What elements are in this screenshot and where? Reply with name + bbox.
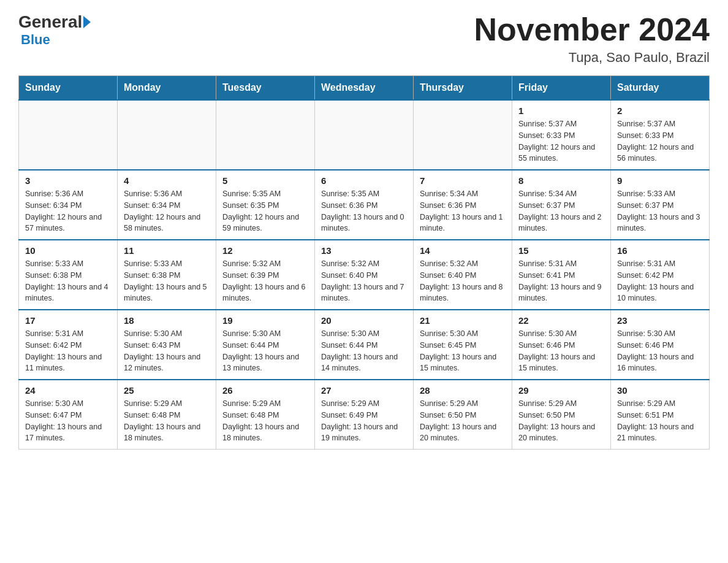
calendar-day-cell: [315, 100, 414, 170]
calendar-day-cell: 8Sunrise: 5:34 AMSunset: 6:37 PMDaylight…: [512, 170, 611, 240]
day-info: Sunrise: 5:33 AMSunset: 6:38 PMDaylight:…: [25, 258, 111, 304]
calendar-day-cell: 9Sunrise: 5:33 AMSunset: 6:37 PMDaylight…: [611, 170, 710, 240]
month-title: November 2024: [474, 12, 710, 47]
day-info: Sunrise: 5:32 AMSunset: 6:40 PMDaylight:…: [420, 258, 506, 304]
calendar-day-cell: 5Sunrise: 5:35 AMSunset: 6:35 PMDaylight…: [216, 170, 315, 240]
day-of-week-header: Saturday: [611, 76, 710, 101]
day-number: 1: [518, 105, 604, 116]
calendar-header-row: SundayMondayTuesdayWednesdayThursdayFrid…: [19, 76, 710, 101]
day-number: 14: [420, 245, 506, 256]
calendar-day-cell: 14Sunrise: 5:32 AMSunset: 6:40 PMDayligh…: [414, 240, 512, 310]
calendar-week-row: 24Sunrise: 5:30 AMSunset: 6:47 PMDayligh…: [19, 380, 710, 450]
day-number: 27: [321, 385, 407, 396]
day-number: 25: [124, 385, 210, 396]
calendar-week-row: 17Sunrise: 5:31 AMSunset: 6:42 PMDayligh…: [19, 310, 710, 380]
day-of-week-header: Monday: [118, 76, 216, 101]
calendar-day-cell: 7Sunrise: 5:34 AMSunset: 6:36 PMDaylight…: [414, 170, 512, 240]
calendar-day-cell: 6Sunrise: 5:35 AMSunset: 6:36 PMDaylight…: [315, 170, 414, 240]
day-of-week-header: Thursday: [414, 76, 512, 101]
calendar-week-row: 10Sunrise: 5:33 AMSunset: 6:38 PMDayligh…: [19, 240, 710, 310]
day-number: 3: [25, 175, 111, 186]
day-number: 29: [518, 385, 604, 396]
day-number: 4: [124, 175, 210, 186]
day-info: Sunrise: 5:37 AMSunset: 6:33 PMDaylight:…: [617, 118, 703, 164]
day-info: Sunrise: 5:29 AMSunset: 6:50 PMDaylight:…: [518, 398, 604, 444]
day-info: Sunrise: 5:30 AMSunset: 6:44 PMDaylight:…: [321, 328, 407, 374]
day-of-week-header: Wednesday: [315, 76, 414, 101]
calendar-day-cell: 28Sunrise: 5:29 AMSunset: 6:50 PMDayligh…: [414, 380, 512, 450]
calendar-day-cell: [216, 100, 315, 170]
day-info: Sunrise: 5:32 AMSunset: 6:39 PMDaylight:…: [222, 258, 308, 304]
day-number: 15: [518, 245, 604, 256]
day-number: 16: [617, 245, 703, 256]
day-info: Sunrise: 5:29 AMSunset: 6:48 PMDaylight:…: [222, 398, 308, 444]
day-number: 30: [617, 385, 703, 396]
calendar-day-cell: 30Sunrise: 5:29 AMSunset: 6:51 PMDayligh…: [611, 380, 710, 450]
day-info: Sunrise: 5:30 AMSunset: 6:45 PMDaylight:…: [420, 328, 506, 374]
logo-general: General: [18, 12, 82, 32]
calendar-day-cell: [19, 100, 118, 170]
calendar-day-cell: 16Sunrise: 5:31 AMSunset: 6:42 PMDayligh…: [611, 240, 710, 310]
day-info: Sunrise: 5:37 AMSunset: 6:33 PMDaylight:…: [518, 118, 604, 164]
calendar-day-cell: [118, 100, 216, 170]
logo-text: General: [18, 12, 92, 32]
calendar-day-cell: 20Sunrise: 5:30 AMSunset: 6:44 PMDayligh…: [315, 310, 414, 380]
calendar-day-cell: 27Sunrise: 5:29 AMSunset: 6:49 PMDayligh…: [315, 380, 414, 450]
day-info: Sunrise: 5:36 AMSunset: 6:34 PMDaylight:…: [124, 188, 210, 234]
day-number: 10: [25, 245, 111, 256]
calendar-table: SundayMondayTuesdayWednesdayThursdayFrid…: [18, 75, 710, 450]
logo: General Blue: [18, 12, 92, 48]
day-info: Sunrise: 5:29 AMSunset: 6:49 PMDaylight:…: [321, 398, 407, 444]
day-info: Sunrise: 5:29 AMSunset: 6:50 PMDaylight:…: [420, 398, 506, 444]
title-area: November 2024 Tupa, Sao Paulo, Brazil: [474, 12, 710, 66]
day-of-week-header: Friday: [512, 76, 611, 101]
calendar-day-cell: 15Sunrise: 5:31 AMSunset: 6:41 PMDayligh…: [512, 240, 611, 310]
day-info: Sunrise: 5:33 AMSunset: 6:37 PMDaylight:…: [617, 188, 703, 234]
day-info: Sunrise: 5:34 AMSunset: 6:36 PMDaylight:…: [420, 188, 506, 234]
day-number: 6: [321, 175, 407, 186]
day-info: Sunrise: 5:30 AMSunset: 6:47 PMDaylight:…: [25, 398, 111, 444]
calendar-day-cell: 18Sunrise: 5:30 AMSunset: 6:43 PMDayligh…: [118, 310, 216, 380]
day-info: Sunrise: 5:31 AMSunset: 6:41 PMDaylight:…: [518, 258, 604, 304]
day-number: 9: [617, 175, 703, 186]
day-number: 20: [321, 315, 407, 326]
day-number: 11: [124, 245, 210, 256]
day-number: 26: [222, 385, 308, 396]
day-info: Sunrise: 5:36 AMSunset: 6:34 PMDaylight:…: [25, 188, 111, 234]
day-number: 18: [124, 315, 210, 326]
day-info: Sunrise: 5:30 AMSunset: 6:46 PMDaylight:…: [617, 328, 703, 374]
day-number: 17: [25, 315, 111, 326]
day-info: Sunrise: 5:35 AMSunset: 6:35 PMDaylight:…: [222, 188, 308, 234]
calendar-day-cell: 4Sunrise: 5:36 AMSunset: 6:34 PMDaylight…: [118, 170, 216, 240]
calendar-day-cell: 1Sunrise: 5:37 AMSunset: 6:33 PMDaylight…: [512, 100, 611, 170]
page-header: General Blue November 2024 Tupa, Sao Pau…: [18, 12, 710, 66]
calendar-week-row: 1Sunrise: 5:37 AMSunset: 6:33 PMDaylight…: [19, 100, 710, 170]
day-info: Sunrise: 5:33 AMSunset: 6:38 PMDaylight:…: [124, 258, 210, 304]
day-number: 19: [222, 315, 308, 326]
day-number: 8: [518, 175, 604, 186]
calendar-day-cell: 17Sunrise: 5:31 AMSunset: 6:42 PMDayligh…: [19, 310, 118, 380]
calendar-day-cell: 13Sunrise: 5:32 AMSunset: 6:40 PMDayligh…: [315, 240, 414, 310]
day-info: Sunrise: 5:32 AMSunset: 6:40 PMDaylight:…: [321, 258, 407, 304]
calendar-day-cell: 11Sunrise: 5:33 AMSunset: 6:38 PMDayligh…: [118, 240, 216, 310]
day-number: 21: [420, 315, 506, 326]
calendar-day-cell: 29Sunrise: 5:29 AMSunset: 6:50 PMDayligh…: [512, 380, 611, 450]
calendar-day-cell: 26Sunrise: 5:29 AMSunset: 6:48 PMDayligh…: [216, 380, 315, 450]
logo-triangle-icon: [83, 16, 91, 28]
calendar-week-row: 3Sunrise: 5:36 AMSunset: 6:34 PMDaylight…: [19, 170, 710, 240]
day-number: 22: [518, 315, 604, 326]
day-info: Sunrise: 5:31 AMSunset: 6:42 PMDaylight:…: [617, 258, 703, 304]
calendar-day-cell: 12Sunrise: 5:32 AMSunset: 6:39 PMDayligh…: [216, 240, 315, 310]
day-number: 28: [420, 385, 506, 396]
day-number: 24: [25, 385, 111, 396]
calendar-day-cell: 3Sunrise: 5:36 AMSunset: 6:34 PMDaylight…: [19, 170, 118, 240]
day-of-week-header: Tuesday: [216, 76, 315, 101]
calendar-day-cell: 22Sunrise: 5:30 AMSunset: 6:46 PMDayligh…: [512, 310, 611, 380]
calendar-day-cell: 25Sunrise: 5:29 AMSunset: 6:48 PMDayligh…: [118, 380, 216, 450]
day-info: Sunrise: 5:29 AMSunset: 6:51 PMDaylight:…: [617, 398, 703, 444]
day-number: 13: [321, 245, 407, 256]
logo-blue: Blue: [21, 32, 50, 48]
day-info: Sunrise: 5:30 AMSunset: 6:43 PMDaylight:…: [124, 328, 210, 374]
day-info: Sunrise: 5:34 AMSunset: 6:37 PMDaylight:…: [518, 188, 604, 234]
day-number: 12: [222, 245, 308, 256]
